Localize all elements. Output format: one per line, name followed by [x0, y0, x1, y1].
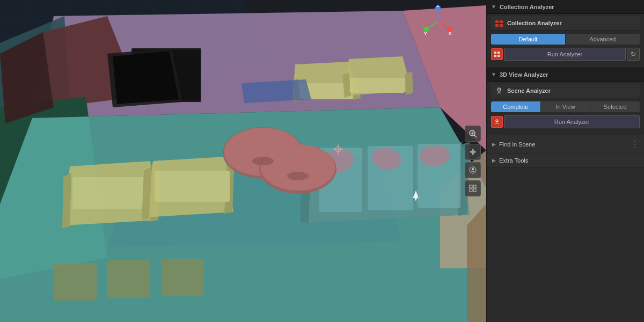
collection-analyzer-subheader: Collection Analyzer	[491, 16, 640, 31]
extra-tools-header[interactable]: ▶ Extra Tools	[487, 153, 644, 167]
svg-rect-80	[473, 185, 476, 188]
collection-analyzer-sublabel: Collection Analyzer	[507, 20, 562, 26]
find-in-scene-section: ▶ Find in Scene ⋮	[487, 135, 644, 153]
svg-marker-61	[113, 51, 179, 104]
svg-rect-79	[470, 185, 472, 188]
svg-rect-84	[500, 20, 503, 23]
3d-viewport[interactable]: Z Y X	[0, 0, 486, 322]
view-analyzer-titlebar[interactable]: ▼ 3D View Analyzer	[487, 68, 644, 82]
collection-analyzer-title: Collection Analyzer	[500, 4, 554, 10]
svg-rect-89	[494, 55, 496, 57]
triangle-icon: ▼	[491, 4, 496, 10]
pan-tool-button[interactable]	[465, 144, 481, 160]
find-in-scene-header[interactable]: ▶ Find in Scene ⋮	[487, 135, 644, 153]
tab-default[interactable]: Default	[491, 34, 565, 45]
scene-icon	[494, 86, 504, 96]
svg-rect-87	[494, 52, 496, 54]
svg-rect-58	[161, 259, 204, 296]
tab-advanced[interactable]: Advanced	[566, 34, 640, 45]
collection-analyzer-tabs: Default Advanced	[491, 34, 640, 45]
extra-tools-label: Extra Tools	[499, 157, 528, 164]
tab-in-view[interactable]: In View	[541, 101, 590, 112]
svg-rect-86	[500, 24, 503, 27]
svg-point-49	[261, 144, 335, 191]
viewport-tools	[465, 126, 481, 196]
svg-rect-83	[495, 20, 499, 23]
collection-run-analyzer-row: Run Analyzer ↻	[491, 48, 640, 61]
svg-marker-27	[405, 71, 413, 95]
find-in-scene-arrow: ▶	[492, 142, 496, 147]
scene-analyzer-tabs: Complete In View Selected	[491, 101, 640, 112]
svg-rect-82	[473, 189, 476, 192]
scene-analyzer-subheader: Scene Analyzer	[491, 84, 640, 98]
svg-rect-41	[72, 177, 150, 209]
svg-rect-45	[155, 171, 230, 202]
tab-complete[interactable]: Complete	[491, 101, 540, 112]
svg-rect-28	[350, 78, 405, 93]
extra-tools-arrow: ▶	[492, 158, 496, 163]
render-tool-button[interactable]	[465, 162, 481, 178]
viewport-scene	[0, 0, 486, 322]
collection-refresh-button[interactable]: ↻	[627, 48, 640, 61]
grid-tool-button[interactable]	[465, 180, 481, 196]
collection-run-analyzer-button[interactable]: Run Analyzer	[504, 48, 626, 61]
svg-rect-57	[107, 260, 150, 298]
svg-text:Z: Z	[437, 5, 440, 8]
svg-rect-90	[497, 55, 500, 57]
right-panel: ▼ Collection Analyzer Collection Analyze…	[486, 0, 644, 322]
collection-analyzer-titlebar: ▼ Collection Analyzer	[487, 0, 644, 14]
svg-point-51	[287, 172, 309, 180]
find-in-scene-label: Find in Scene	[499, 141, 535, 148]
scene-analyzer-icon	[491, 116, 503, 128]
scene-analyzer-label: Scene Analyzer	[507, 87, 551, 94]
collection-analyzer-icon	[491, 48, 503, 60]
svg-line-74	[474, 135, 477, 137]
scene-run-analyzer-button[interactable]: Run Analyzer	[504, 115, 640, 128]
svg-rect-85	[495, 24, 499, 27]
tab-selected[interactable]: Selected	[590, 101, 640, 112]
svg-marker-63	[241, 79, 311, 103]
svg-point-92	[499, 89, 500, 90]
find-in-scene-dots: ⋮	[631, 139, 639, 149]
extra-tools-section: ▶ Extra Tools	[487, 153, 644, 168]
svg-point-50	[252, 157, 274, 165]
svg-text:Y: Y	[424, 31, 427, 36]
axis-gizmo: Z Y X	[422, 5, 454, 38]
zoom-tool-button[interactable]	[465, 126, 481, 142]
svg-rect-81	[470, 189, 472, 192]
svg-rect-88	[497, 52, 500, 54]
view-analyzer-section: Scene Analyzer Complete In View Selected…	[487, 82, 644, 135]
triangle-icon-2: ▼	[491, 71, 496, 77]
collection-icon	[494, 18, 504, 28]
svg-point-78	[472, 168, 474, 170]
svg-point-93	[496, 120, 498, 122]
scene-run-analyzer-row: Run Analyzer	[491, 115, 640, 128]
view-analyzer-title: 3D View Analyzer	[500, 71, 548, 78]
collection-analyzer-section: Collection Analyzer Default Advanced Run…	[487, 14, 644, 67]
svg-rect-56	[54, 263, 97, 301]
svg-text:X: X	[449, 31, 452, 36]
